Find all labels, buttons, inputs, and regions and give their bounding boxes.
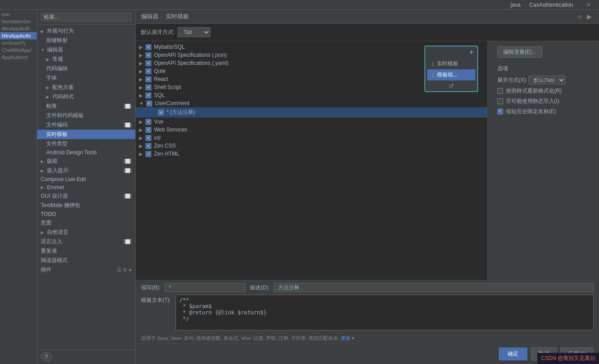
main-layout: rver horizationSer MiniAppAuth MiniAppAu… [0, 10, 599, 364]
sidebar-item-horization: horizationSer [0, 18, 37, 25]
tree-item-label: 插件 [41, 266, 51, 274]
option-label-reformat: 按照样式重新格式化(R) [506, 87, 562, 95]
checkbox-zen-html[interactable]: ✓ [145, 151, 151, 157]
sidebar-item-language-injection[interactable]: 语言注入 ⬜ [37, 237, 135, 246]
dropdown-item-template-group[interactable]: 2 模板组... [427, 69, 475, 80]
edit-variables-button[interactable]: 编辑变量(E)... [497, 47, 542, 58]
sidebar-item-textmate[interactable]: TextMate 捆绑包 [37, 201, 135, 210]
sidebar-item-live-templates[interactable]: 实时模板 [37, 130, 135, 139]
chevron-right-icon: ▶ [139, 77, 143, 82]
checkbox-react[interactable]: ✓ [145, 76, 151, 82]
item-num-1: 1 [432, 61, 434, 67]
checkbox-qute[interactable]: ✓ [145, 68, 151, 74]
sidebar-item-appearance[interactable]: ▶ 外观与行为 [37, 26, 135, 36]
sidebar-item-editor[interactable]: ▼ 编辑器 [37, 45, 135, 55]
template-group-usercomment[interactable]: ▼ ✓ UserComment [136, 99, 487, 107]
sidebar-item-compose-live-edit[interactable]: Compose Live Edit [37, 175, 135, 183]
sidebar-item-android-design-tools[interactable]: Android Design Tools [37, 148, 135, 157]
checkbox-usercomment[interactable]: ✓ [146, 101, 152, 106]
sidebar-item-keymap[interactable]: 按键映射 [37, 36, 135, 45]
checkbox-shorten-fqn[interactable] [497, 109, 503, 114]
group-label: UserComment [155, 100, 189, 106]
sidebar-item-inlay-hints[interactable]: ▶ 嵌入提示 ⬜ [37, 166, 135, 175]
expand-select[interactable]: Tab Enter Space [178, 27, 210, 37]
sidebar-item-todo[interactable]: TODO [37, 210, 135, 218]
group-label: Mybatis/SQL [154, 44, 185, 50]
dropdown-add-button[interactable]: + [468, 48, 475, 56]
badge-icon: ⬜ [124, 168, 132, 173]
checkbox-xsl[interactable]: ✓ [145, 135, 151, 141]
settings-search-input[interactable] [41, 13, 132, 21]
undo-button[interactable]: ↺ [449, 82, 454, 89]
tree-item-label: Emmet [47, 184, 64, 190]
template-group-sql[interactable]: ▶ ✓ SQL [136, 91, 487, 99]
checkbox-vue[interactable]: ✓ [145, 119, 151, 125]
checkbox-method-comment[interactable]: ✓ [158, 110, 164, 115]
checkbox-openapi-json[interactable]: ✓ [145, 52, 151, 58]
checkbox-openapi-yaml[interactable]: ✓ [145, 60, 151, 66]
checkbox-shell-script[interactable]: ✓ [145, 85, 151, 90]
sidebar-item-reader-mode[interactable]: 阅读器模式 [37, 256, 135, 265]
checkbox-web-services[interactable]: ✓ [145, 127, 151, 133]
tree-item-label: 代码编辑 [46, 65, 68, 72]
nav-back-button[interactable]: ◀ [575, 13, 583, 20]
sidebar-item-natural-language[interactable]: ▶ 自然语言 [37, 228, 135, 237]
sidebar-item-file-code-templates[interactable]: 文件和代码模板 [37, 111, 135, 120]
top-bar-tab-java[interactable]: java [507, 2, 524, 8]
template-group-xsl[interactable]: ▶ ✓ xsl [136, 134, 487, 142]
template-group-zen-html[interactable]: ▶ ✓ Zen HTML [136, 150, 487, 158]
checkbox-mybatis[interactable]: ✓ [145, 44, 151, 50]
sidebar-item-gui-designer[interactable]: GUI 设计器 ⬜ [37, 191, 135, 201]
sidebar-item-code-editing[interactable]: 代码编辑 [37, 64, 135, 73]
sidebar-item-plugins[interactable]: 插件 ☰ ⚙ ● [37, 265, 135, 275]
badge-icon: ⬜ [124, 239, 132, 244]
more-link[interactable]: 更改 ▾ [341, 335, 355, 341]
sidebar-item-file-encoding[interactable]: 文件编码 ⬜ [37, 120, 135, 130]
chevron-right-icon: ▶ [139, 85, 143, 90]
template-group-zen-css[interactable]: ▶ ✓ Zen CSS [136, 142, 487, 150]
help-button[interactable]: ? [41, 352, 52, 361]
checkbox-static-import[interactable] [497, 98, 503, 104]
tree-item-label: GUI 设计器 [41, 192, 68, 200]
template-group-vue[interactable]: ▶ ✓ Vue [136, 118, 487, 126]
item-label-live-template: 实时模板 [437, 60, 458, 68]
chevron-right-icon: ▶ [139, 127, 143, 132]
close-icon[interactable]: ✕ [583, 2, 595, 8]
sidebar-item-file-types[interactable]: 文件类型 [37, 139, 135, 148]
sidebar-item-inspections[interactable]: 检查 ⬜ [37, 102, 135, 111]
right-options-panel: 编辑变量(E)... 选项 展开方式(X) 默认(Tab) 按照样式重新格式化(… [487, 41, 599, 280]
sidebar-item-code-style[interactable]: ▶ 代码样式 [37, 92, 135, 102]
sidebar-item-copyright[interactable]: ▶ 版权 ⬜ [37, 157, 135, 166]
sidebar-item-general[interactable]: ▶ 常规 [37, 55, 135, 64]
group-label: OpenAPI Specifications (.json) [154, 52, 227, 58]
expand-mode-select[interactable]: 默认(Tab) [529, 76, 565, 85]
sidebar-item-intent[interactable]: 意图 [37, 218, 135, 228]
top-bar-tab-cas[interactable]: CasAuthentication [526, 2, 577, 8]
expand-row: 默认展开方式 Tab Enter Space [136, 24, 599, 41]
confirm-button[interactable]: 确定 [499, 347, 527, 360]
tree-item-label: 字体 [46, 74, 57, 82]
options-title: 选项 [492, 63, 595, 74]
sidebar-item-repeat[interactable]: 重复项 [37, 246, 135, 256]
template-list-area: ▶ ✓ Mybatis/SQL ▶ ✓ OpenAPI Specificatio… [136, 41, 487, 280]
checkbox-zen-css[interactable]: ✓ [145, 143, 151, 149]
checkbox-reformat[interactable] [497, 88, 503, 94]
abbreviation-input[interactable] [165, 283, 245, 292]
sidebar-item-emmet[interactable]: ▶ Emmet [37, 183, 135, 191]
breadcrumb-nav: ◀ ▶ [575, 13, 594, 20]
nav-forward-button[interactable]: ▶ [585, 13, 594, 20]
description-input[interactable] [274, 283, 594, 292]
tree-item-label: 自然语言 [47, 229, 68, 236]
sidebar-item-color-scheme[interactable]: ▶ 配色方案 [37, 83, 135, 92]
template-textarea[interactable]: /** * $param$ * @return {@link $return$}… [175, 295, 594, 330]
tree-item-label: 重复项 [41, 247, 57, 255]
badge-icon: ⬜ [124, 194, 132, 199]
sidebar-item-font[interactable]: 字体 [37, 73, 135, 83]
dropdown-item-live-template[interactable]: 1 实时模板 [427, 58, 475, 69]
checkbox-sql[interactable]: ✓ [145, 93, 151, 98]
tree-item-label: 版权 [47, 157, 58, 165]
template-subitem-method-comment[interactable]: ✓ * (方法注释) [136, 107, 487, 118]
template-group-web-services[interactable]: ▶ ✓ Web Services [136, 126, 487, 134]
desc-label: 描述(D): [250, 284, 270, 292]
badge-icon: ⬜ [124, 159, 132, 164]
